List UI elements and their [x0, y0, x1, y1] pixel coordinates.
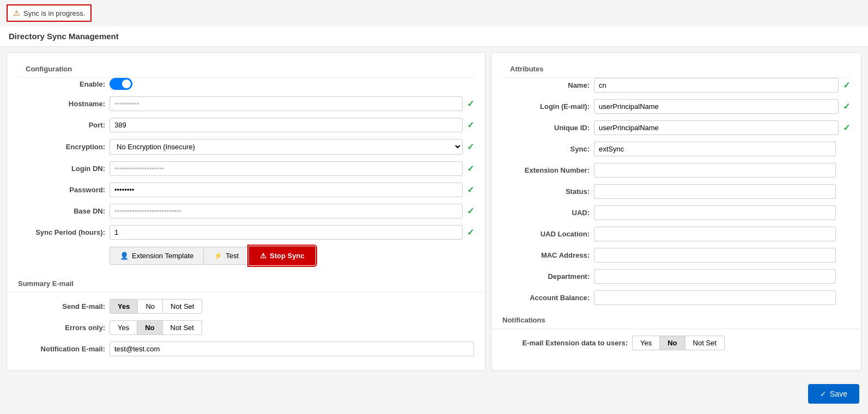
encryption-check-icon: ✓	[467, 142, 474, 152]
email-extension-toggle-group: Yes No Not Set	[632, 336, 725, 350]
password-input[interactable]	[110, 182, 463, 197]
attr-login-email-check-icon: ✓	[843, 101, 850, 112]
stop-sync-button[interactable]: ⚠ Stop Sync	[249, 246, 315, 265]
attr-sync-input[interactable]	[594, 142, 836, 156]
sync-period-input[interactable]	[110, 225, 463, 240]
test-label: Test	[226, 252, 239, 260]
sync-period-check-icon: ✓	[467, 227, 474, 238]
attr-account-balance-label: Account Balance:	[502, 294, 590, 302]
port-check-icon: ✓	[467, 120, 474, 130]
password-label: Password:	[18, 186, 105, 194]
notification-email-input[interactable]	[110, 342, 474, 356]
send-email-not-set-button[interactable]: Not Set	[163, 299, 202, 314]
hostname-input[interactable]	[110, 96, 463, 111]
save-label: Save	[830, 389, 847, 398]
attr-name-label: Name:	[502, 81, 590, 89]
hostname-check-icon: ✓	[467, 99, 474, 109]
sync-period-row: Sync Period (hours): ✓	[18, 225, 474, 240]
port-input[interactable]	[110, 118, 463, 132]
base-dn-input[interactable]	[110, 204, 463, 218]
port-label: Port:	[18, 121, 105, 129]
extension-template-label: Extension Template	[132, 252, 193, 260]
password-row: Password: ✓	[18, 182, 474, 197]
login-dn-check-icon: ✓	[467, 163, 474, 174]
attr-unique-id-input[interactable]	[594, 120, 839, 135]
errors-only-toggle-group: Yes No Not Set	[110, 320, 202, 335]
enable-toggle[interactable]	[110, 78, 132, 90]
attr-name-check-icon: ✓	[843, 80, 850, 90]
email-extension-not-set-button[interactable]: Not Set	[685, 336, 725, 350]
attr-ext-num-input[interactable]	[594, 163, 836, 178]
encryption-row: Encryption: No Encryption (Insecure) SSL…	[18, 139, 474, 155]
attr-uad-label: UAD:	[502, 209, 590, 217]
extension-template-button[interactable]: 👤 Extension Template	[110, 247, 203, 265]
login-dn-input[interactable]	[110, 161, 463, 176]
attributes-section-title: Attributes	[502, 60, 850, 78]
left-panel: Configuration Enable: Hostname: ✓ Port: …	[7, 52, 485, 371]
encryption-select[interactable]: No Encryption (Insecure) SSL STARTTLS	[110, 139, 463, 155]
attr-account-balance-row: Account Balance:	[502, 290, 850, 305]
login-dn-label: Login DN:	[18, 165, 105, 173]
test-button[interactable]: ⚡ Test	[203, 247, 249, 265]
save-bar: ✓ Save	[0, 378, 868, 406]
encryption-label: Encryption:	[18, 143, 105, 151]
attr-unique-id-label: Unique ID:	[502, 124, 590, 132]
base-dn-label: Base DN:	[18, 207, 105, 215]
configuration-section-title: Configuration	[18, 60, 474, 78]
page-title: Directory Sync Management	[0, 26, 868, 47]
attr-name-row: Name: ✓	[502, 78, 850, 93]
attr-account-balance-input[interactable]	[594, 290, 836, 305]
errors-only-row: Errors only: Yes No Not Set	[18, 320, 474, 335]
attr-department-input[interactable]	[594, 269, 836, 284]
email-extension-label: E-mail Extension data to users:	[502, 339, 628, 347]
email-extension-row: E-mail Extension data to users: Yes No N…	[502, 336, 850, 350]
right-panel: Attributes Name: ✓ Login (E-mail): ✓ Uni…	[491, 52, 861, 371]
sync-status-text: Sync is in progress.	[23, 9, 85, 17]
sync-banner: ⚠ Sync is in progress.	[7, 4, 92, 22]
errors-only-label: Errors only:	[18, 324, 105, 332]
notifications-section: Notifications E-mail Extension data to u…	[502, 312, 850, 350]
lightning-icon: ⚡	[214, 252, 222, 260]
attr-login-email-label: Login (E-mail):	[502, 102, 590, 111]
send-email-yes-button[interactable]: Yes	[110, 299, 138, 314]
save-button[interactable]: ✓ Save	[808, 384, 859, 404]
attr-sync-row: Sync:	[502, 142, 850, 156]
attr-login-email-row: Login (E-mail): ✓	[502, 99, 850, 114]
send-email-toggle-group: Yes No Not Set	[110, 299, 202, 314]
send-email-row: Send E-mail: Yes No Not Set	[18, 299, 474, 314]
attr-sync-label: Sync:	[502, 145, 590, 153]
hostname-row: Hostname: ✓	[18, 96, 474, 111]
attr-mac-input[interactable]	[594, 248, 836, 263]
alert-icon: ⚠	[260, 252, 266, 260]
errors-only-yes-button[interactable]: Yes	[110, 320, 137, 335]
attr-login-email-input[interactable]	[594, 99, 839, 114]
attr-name-input[interactable]	[594, 78, 839, 93]
attr-uad-row: UAD:	[502, 205, 850, 220]
attr-mac-row: MAC Address:	[502, 248, 850, 263]
attr-unique-id-row: Unique ID: ✓	[502, 120, 850, 135]
password-check-icon: ✓	[467, 185, 474, 195]
attr-unique-id-check-icon: ✓	[843, 123, 850, 133]
attr-uad-input[interactable]	[594, 205, 836, 220]
action-buttons-row: 👤 Extension Template ⚡ Test ⚠ Stop Sync	[110, 246, 474, 265]
email-extension-yes-button[interactable]: Yes	[632, 336, 660, 350]
base-dn-check-icon: ✓	[467, 206, 474, 216]
email-extension-no-button[interactable]: No	[660, 336, 685, 350]
errors-only-not-set-button[interactable]: Not Set	[163, 320, 202, 335]
left-panel-body: Configuration Enable: Hostname: ✓ Port: …	[7, 53, 485, 370]
attr-status-input[interactable]	[594, 184, 836, 199]
attr-uad-location-row: UAD Location:	[502, 227, 850, 241]
errors-only-no-button[interactable]: No	[137, 320, 162, 335]
send-email-no-button[interactable]: No	[138, 299, 163, 314]
attr-status-row: Status:	[502, 184, 850, 199]
right-panel-body: Attributes Name: ✓ Login (E-mail): ✓ Uni…	[491, 53, 861, 364]
attr-department-row: Department:	[502, 269, 850, 284]
attr-status-label: Status:	[502, 187, 590, 196]
attr-uad-location-input[interactable]	[594, 227, 836, 241]
summary-email-section: Summary E-mail Send E-mail: Yes No Not S…	[18, 275, 474, 356]
save-check-icon: ✓	[820, 389, 827, 398]
main-content: Configuration Enable: Hostname: ✓ Port: …	[0, 52, 868, 378]
hostname-label: Hostname:	[18, 100, 105, 108]
notification-email-row: Notification E-mail:	[18, 342, 474, 356]
login-dn-row: Login DN: ✓	[18, 161, 474, 176]
